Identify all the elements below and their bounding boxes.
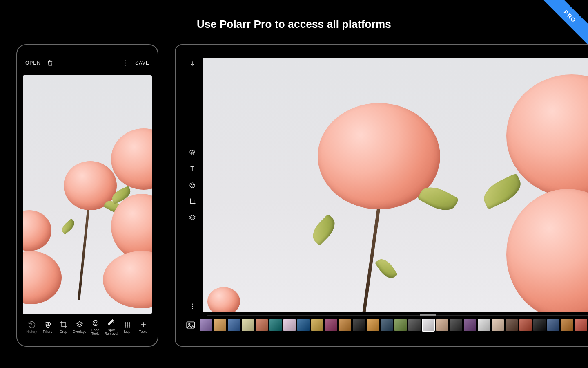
tool-text[interactable]	[189, 165, 196, 173]
tool-overlays[interactable]	[189, 214, 196, 222]
filmstrip-thumb[interactable]	[242, 319, 254, 331]
liquify-icon	[123, 321, 131, 329]
tool-overlays[interactable]: Overlays	[71, 321, 87, 334]
svg-point-1	[125, 63, 126, 63]
svg-point-12	[190, 183, 195, 188]
text-icon	[189, 165, 196, 173]
save-button[interactable]: SAVE	[135, 60, 149, 66]
svg-point-2	[125, 65, 126, 65]
more-icon[interactable]	[122, 59, 129, 67]
tool-face[interactable]	[189, 182, 196, 189]
filters-icon	[189, 149, 196, 156]
tool-filters[interactable]: Filters	[40, 321, 56, 334]
photo-preview	[23, 75, 152, 314]
tool-liquify[interactable]: Liqu	[119, 321, 135, 334]
svg-point-14	[193, 184, 194, 185]
tool-crop[interactable]	[189, 198, 196, 205]
filters-icon	[44, 321, 52, 329]
filmstrip-thumb[interactable]	[311, 319, 323, 331]
svg-point-19	[189, 323, 190, 325]
overlays-icon	[76, 321, 84, 329]
filmstrip-thumb[interactable]	[228, 319, 240, 331]
filmstrip-thumb[interactable]	[519, 319, 532, 331]
tool-label: Overlays	[73, 330, 87, 334]
filmstrip-thumb[interactable]	[422, 319, 434, 331]
svg-point-7	[94, 322, 95, 323]
svg-point-8	[96, 322, 97, 323]
phone-frame: OPEN SAVE	[16, 44, 158, 347]
filmstrip-thumb[interactable]	[214, 319, 226, 331]
filmstrip-thumb[interactable]	[256, 319, 268, 331]
tool-label: Liqu	[124, 330, 130, 334]
svg-point-0	[125, 61, 126, 61]
crop-icon	[60, 321, 68, 329]
filmstrip-thumb[interactable]	[297, 319, 310, 331]
filmstrip-thumb[interactable]	[381, 319, 393, 331]
phone-canvas[interactable]	[23, 75, 152, 314]
open-button[interactable]: OPEN	[25, 60, 41, 66]
tool-spot-removal[interactable]: Spot Removal	[103, 319, 119, 336]
filmstrip-thumb[interactable]	[408, 319, 421, 331]
svg-point-16	[192, 306, 193, 307]
filmstrip-thumb[interactable]	[436, 319, 448, 331]
svg-point-15	[192, 304, 193, 305]
filmstrip-thumb[interactable]	[353, 319, 365, 331]
face-tools-icon	[189, 182, 196, 189]
filmstrip-thumb[interactable]	[367, 319, 379, 331]
filmstrip-thumb[interactable]	[339, 319, 351, 331]
tools-icon	[139, 321, 147, 329]
tool-label: History	[26, 330, 37, 334]
filmstrip-thumb[interactable]	[561, 319, 573, 331]
gallery-button[interactable]	[185, 320, 196, 330]
tool-filters[interactable]	[189, 149, 196, 156]
filmstrip-thumb[interactable]	[270, 319, 282, 331]
filmstrip-thumb[interactable]	[492, 319, 504, 331]
history-icon	[28, 321, 36, 329]
face-tools-icon	[91, 319, 100, 327]
filmstrip-thumb[interactable]	[450, 319, 462, 331]
download-icon	[189, 61, 196, 68]
tool-label: Spot Removal	[105, 328, 118, 336]
tool-label: Filters	[43, 330, 52, 334]
svg-point-13	[191, 184, 192, 185]
filmstrip-thumb[interactable]	[575, 319, 587, 331]
photo-preview	[203, 58, 588, 312]
filmstrip-thumb[interactable]	[547, 319, 559, 331]
export-button[interactable]	[189, 61, 196, 68]
svg-point-17	[192, 308, 193, 309]
stage: OPEN SAVE	[16, 44, 588, 347]
filmstrip-thumb[interactable]	[506, 319, 518, 331]
phone-topbar: OPEN SAVE	[23, 51, 152, 75]
tool-label: Tools	[139, 330, 147, 334]
filmstrip-thumb[interactable]	[283, 319, 296, 331]
filmstrip-thumb[interactable]	[533, 319, 546, 331]
tool-tools[interactable]: Tools	[135, 321, 151, 334]
more-icon	[189, 303, 196, 310]
spot-removal-icon	[107, 319, 116, 327]
svg-point-6	[93, 320, 98, 325]
tool-face[interactable]: Face Tools	[87, 319, 103, 336]
tool-history[interactable]: History	[24, 321, 40, 334]
tablet-frame	[175, 44, 588, 347]
overlays-icon	[189, 214, 196, 222]
crop-icon	[189, 198, 196, 205]
more-button[interactable]	[189, 303, 196, 310]
filmstrip-thumb[interactable]	[394, 319, 407, 331]
tool-label: Crop	[60, 330, 67, 334]
filmstrip-thumb[interactable]	[200, 319, 212, 331]
phone-toolbar: History Filters Crop Overlays Face Tools…	[23, 314, 152, 340]
filmstrip-thumb[interactable]	[464, 319, 476, 331]
shopping-bag-icon[interactable]	[47, 59, 54, 67]
tablet-canvas[interactable]	[203, 58, 588, 312]
tool-crop[interactable]: Crop	[56, 321, 71, 334]
filmstrip-thumb[interactable]	[478, 319, 490, 331]
filmstrip-thumb[interactable]	[325, 319, 337, 331]
image-icon	[185, 325, 196, 332]
tablet-left-toolbar	[185, 58, 199, 312]
filmstrip	[185, 316, 588, 334]
headline: Use Polarr Pro to access all platforms	[0, 18, 588, 31]
tool-label: Face Tools	[91, 328, 100, 336]
